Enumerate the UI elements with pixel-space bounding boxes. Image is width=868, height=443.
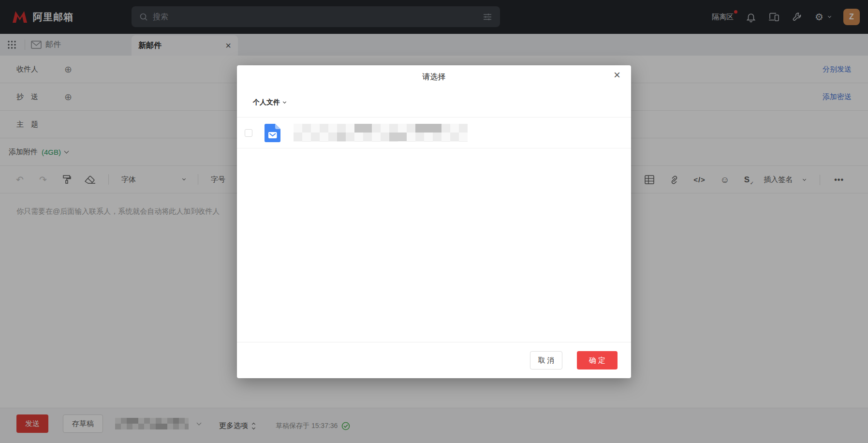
file-checkbox[interactable]	[245, 129, 252, 137]
cancel-button[interactable]: 取 消	[530, 351, 562, 369]
select-dialog: 请选择 × 个人文件 取 消 确 定	[237, 65, 631, 378]
redacted-file-name	[294, 124, 468, 142]
category-label: 个人文件	[253, 98, 280, 107]
confirm-button[interactable]: 确 定	[577, 351, 618, 369]
category-select[interactable]: 个人文件	[253, 98, 286, 107]
category-chevron-down-icon	[283, 100, 286, 103]
file-list-item[interactable]	[237, 117, 631, 148]
dialog-close-icon[interactable]: ×	[614, 69, 620, 81]
dialog-footer: 取 消 确 定	[237, 342, 631, 378]
mail-file-icon	[265, 124, 280, 142]
dialog-title: 请选择	[237, 72, 631, 82]
